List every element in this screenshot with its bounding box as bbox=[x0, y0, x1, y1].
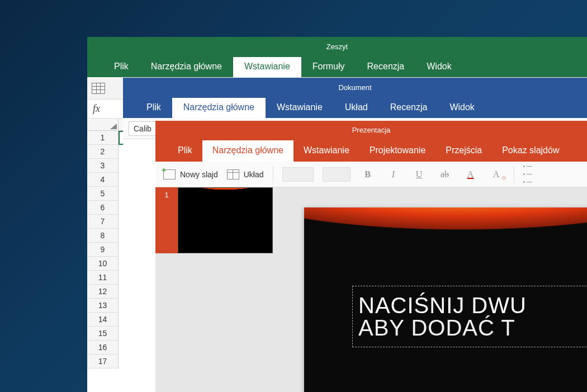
title-placeholder[interactable]: NACIŚNIJ DWU ABY DODAĆ T bbox=[352, 286, 587, 347]
slide-thumbnails-panel: 1 bbox=[155, 187, 273, 392]
word-tab-narzedzia[interactable]: Narzędzia główne bbox=[172, 98, 266, 118]
title-text-line1: NACIŚNIJ DWU bbox=[358, 294, 587, 317]
layout-label: Układ bbox=[244, 170, 264, 179]
powerpoint-toolbar: Nowy slajd Układ B I U ab A A bbox=[155, 162, 587, 187]
powerpoint-body: 1 NACIŚNIJ DWU ABY DODAĆ T bbox=[155, 187, 587, 392]
underline-button[interactable]: U bbox=[411, 169, 428, 180]
new-slide-icon bbox=[163, 169, 176, 180]
word-tab-uklad[interactable]: Układ bbox=[334, 98, 379, 118]
thumbnail-number: 1 bbox=[155, 187, 178, 253]
table-icon[interactable] bbox=[92, 83, 105, 94]
word-ribbon-tabs: Plik Narzędzia główne Wstawianie Układ R… bbox=[123, 97, 587, 118]
word-tab-widok[interactable]: Widok bbox=[438, 98, 485, 118]
powerpoint-ribbon-tabs: Plik Narzędzia główne Wstawianie Projekt… bbox=[155, 139, 587, 162]
powerpoint-title: Prezentacja bbox=[352, 126, 391, 134]
new-slide-button[interactable]: Nowy slajd bbox=[163, 169, 218, 180]
word-titlebar[interactable]: Dokument bbox=[123, 78, 587, 97]
excel-tab-narzedzia[interactable]: Narzędzia główne bbox=[140, 57, 233, 77]
slide-canvas-area[interactable]: NACIŚNIJ DWU ABY DODAĆ T bbox=[273, 187, 587, 392]
excel-tab-widok[interactable]: Widok bbox=[415, 57, 462, 77]
word-tab-wstawianie[interactable]: Wstawianie bbox=[266, 98, 334, 118]
bullets-icon[interactable] bbox=[523, 163, 533, 185]
powerpoint-titlebar[interactable]: Prezentacja bbox=[155, 121, 587, 139]
pp-tab-plik[interactable]: Plik bbox=[168, 140, 202, 162]
thumbnail-preview bbox=[178, 187, 273, 253]
row-header[interactable]: 10 bbox=[87, 257, 119, 271]
row-header[interactable]: 12 bbox=[87, 285, 119, 299]
excel-tab-wstawianie[interactable]: Wstawianie bbox=[233, 57, 301, 77]
slide-thumbnail-1[interactable]: 1 bbox=[155, 187, 273, 253]
select-all-corner[interactable] bbox=[87, 119, 119, 131]
clear-format-button[interactable]: A bbox=[488, 169, 505, 180]
excel-ribbon-tabs: Plik Narzędzia główne Wstawianie Formuły… bbox=[87, 56, 587, 77]
excel-tab-recenzja[interactable]: Recenzja bbox=[356, 57, 416, 77]
font-selector[interactable]: Calib bbox=[129, 121, 157, 136]
separator bbox=[514, 166, 514, 183]
pp-tab-przejscia[interactable]: Przejścia bbox=[435, 140, 492, 162]
row-header[interactable]: 16 bbox=[87, 341, 119, 355]
separator bbox=[273, 166, 273, 183]
pp-tab-wstawianie[interactable]: Wstawianie bbox=[294, 140, 359, 162]
row-header[interactable]: 4 bbox=[87, 173, 119, 187]
excel-title: Zeszyt bbox=[326, 42, 348, 51]
row-header[interactable]: 9 bbox=[87, 243, 119, 257]
powerpoint-window: Prezentacja Plik Narzędzia główne Wstawi… bbox=[155, 121, 587, 392]
pp-tab-pokaz[interactable]: Pokaz slajdów bbox=[492, 140, 569, 162]
word-tab-plik[interactable]: Plik bbox=[135, 98, 172, 118]
layout-icon bbox=[227, 169, 239, 180]
font-color-button[interactable]: A bbox=[462, 169, 479, 180]
row-header[interactable]: 6 bbox=[87, 201, 119, 215]
fx-icon[interactable]: fx bbox=[93, 103, 100, 115]
row-header[interactable]: 15 bbox=[87, 327, 119, 341]
new-slide-label: Nowy slajd bbox=[180, 170, 218, 179]
bold-button[interactable]: B bbox=[359, 169, 376, 180]
row-header[interactable]: 13 bbox=[87, 299, 119, 313]
font-family-combo[interactable] bbox=[282, 167, 314, 182]
row-header[interactable]: 3 bbox=[87, 159, 119, 173]
row-header[interactable]: 17 bbox=[87, 355, 119, 369]
excel-tab-formuly[interactable]: Formuły bbox=[301, 57, 356, 77]
word-title: Dokument bbox=[338, 83, 371, 92]
row-header[interactable]: 5 bbox=[87, 187, 119, 201]
slide[interactable]: NACIŚNIJ DWU ABY DODAĆ T bbox=[304, 207, 587, 392]
row-header[interactable]: 1 bbox=[87, 131, 119, 145]
row-headers: 1 2 3 4 5 6 7 8 9 10 11 12 13 14 15 16 1… bbox=[87, 119, 119, 369]
excel-titlebar[interactable]: Zeszyt bbox=[87, 37, 587, 56]
word-tab-recenzja[interactable]: Recenzja bbox=[379, 98, 439, 118]
row-header[interactable]: 8 bbox=[87, 229, 119, 243]
excel-tab-plik[interactable]: Plik bbox=[103, 57, 140, 77]
row-header[interactable]: 7 bbox=[87, 215, 119, 229]
font-size-combo[interactable] bbox=[323, 167, 351, 182]
layout-button[interactable]: Układ bbox=[227, 169, 264, 180]
row-header[interactable]: 2 bbox=[87, 145, 119, 159]
strikethrough-button[interactable]: ab bbox=[437, 169, 453, 180]
pp-tab-projektowanie[interactable]: Projektowanie bbox=[359, 140, 436, 162]
italic-button[interactable]: I bbox=[385, 169, 402, 180]
row-header[interactable]: 11 bbox=[87, 271, 119, 285]
row-header[interactable]: 14 bbox=[87, 313, 119, 327]
pp-tab-narzedzia[interactable]: Narzędzia główne bbox=[202, 140, 294, 162]
slide-background-graphic bbox=[304, 207, 587, 272]
title-text-line2: ABY DODAĆ T bbox=[358, 317, 587, 339]
